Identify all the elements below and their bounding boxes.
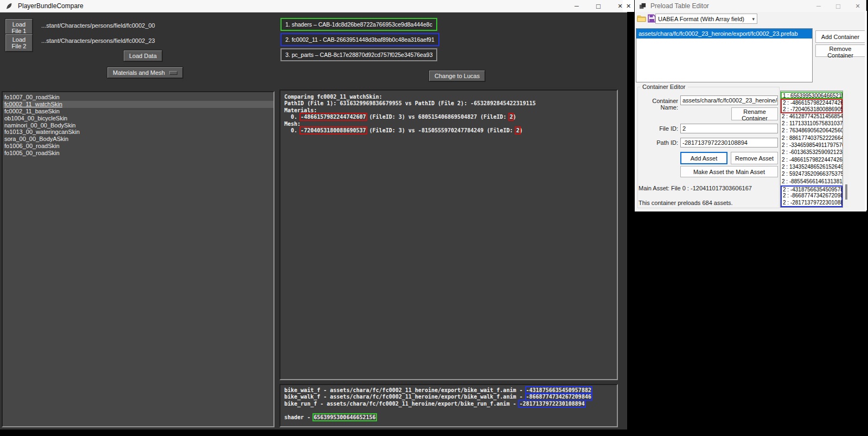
bundle-label: 2. fc0002_11 - CAB-2663951448d3baf89b0c4… <box>285 36 435 43</box>
asset-list-item[interactable]: 2 : -8855456614613138142 <box>781 178 843 185</box>
asset-list-item[interactable]: 2 : -3346598549117975701 <box>781 142 843 149</box>
asset-list-item[interactable]: 2 : -2817137972230108894 <box>781 200 843 207</box>
compare-materials-line: 0. -4866157982244742607 (FileID: 3) vs 6… <box>284 114 617 120</box>
asset-id: 2 : -3346598549117975701 <box>782 142 843 148</box>
change-to-lucas-button[interactable]: Change to Lucas <box>429 70 485 81</box>
right-window-title: Preload Table Editor <box>650 2 709 10</box>
bundle-label: 3. pc_parts – CAB-8c17e28870d92cd757f025… <box>285 52 432 58</box>
asset-list-item[interactable]: 2 : -4318756635450957882 <box>781 185 843 193</box>
file-id-input[interactable]: 2 <box>680 124 778 133</box>
asset-list-scrollbar[interactable] <box>844 91 848 208</box>
skins-listbox[interactable]: fo1007_00_roadSkin fc0002_11_watchSkin f… <box>2 91 275 427</box>
load-data-button[interactable]: Load Data <box>124 50 162 61</box>
container-editor-group-title: Container Editor <box>640 84 688 90</box>
bundle-box[interactable]: 3. pc_parts – CAB-8c17e28870d92cd757f025… <box>280 48 437 61</box>
right-titlebar[interactable]: Preload Table Editor <box>635 0 866 12</box>
skin-list-item[interactable]: fc0002_11_watchSkin <box>3 101 273 108</box>
compare-mesh-line: 0. -7204053180088690537 (FileID: 3) vs -… <box>284 127 617 134</box>
anim-list: bike_wait_f - assets/chara/fc/fc0002_11_… <box>284 387 617 407</box>
asset-list-item[interactable]: 2 : -6013635325909212359 <box>781 149 843 156</box>
background-window-close-icon[interactable]: ✕ <box>623 0 634 12</box>
skin-name: ob1004_00_bicycleSkin <box>4 115 67 121</box>
left-titlebar[interactable]: PlayerBundleCompare <box>0 0 627 12</box>
make-main-asset-button[interactable]: Make Asset the Main Asset <box>680 166 778 177</box>
asset-list-item[interactable]: 2 : -4866157982244742607 <box>781 99 843 106</box>
materials-mesh-dropdown[interactable]: Materials and Mesh <box>107 67 183 78</box>
container-listbox[interactable]: assets/chara/fc/fc0002_23_heroine/export… <box>636 28 813 82</box>
anim-line: bike_run_f - assets/chara/fc/fc0002_11_h… <box>284 401 617 407</box>
asset-list-item[interactable]: 2 : 134352486526152649 <box>781 164 843 171</box>
main-asset-label: Main Asset: File 0 : -120411017303606167 <box>639 185 752 191</box>
skin-name: fc0002_11_watchSkin <box>4 101 62 107</box>
chevron-down-icon: ▾ <box>752 14 755 24</box>
scrollbar-thumb[interactable] <box>845 184 847 200</box>
compare-output-panel[interactable]: Comparing fc0002_11_watchSkin: PathID (F… <box>279 89 618 380</box>
path-id-label: Path ID: <box>636 139 678 146</box>
skin-list-item[interactable]: naminori_00_00_BodySkin <box>3 122 273 129</box>
preload-editor-app-icon <box>639 3 646 10</box>
load-file-2-button[interactable]: Load File 2 <box>5 34 33 52</box>
skin-list-item[interactable]: ob1004_00_bicycleSkin <box>3 115 273 122</box>
asset-id: 2 : -4318756635450957882 <box>783 187 843 193</box>
remove-container-button[interactable]: Remove Container <box>815 44 865 57</box>
format-dropdown[interactable]: UABEA Format (With Array field) ▾ <box>655 14 757 24</box>
asset-id: 2 : 8861774037522226641 <box>782 135 843 141</box>
skin-list-item[interactable]: fc0002_11_baseSkin <box>3 108 273 115</box>
format-dropdown-value: UABEA Format (With Array field) <box>658 14 744 24</box>
asset-list-item[interactable]: 2 : -8668774734267209846 <box>781 193 843 200</box>
minimize-icon[interactable] <box>573 3 580 9</box>
asset-id: 2 : 1171331105758310377 <box>782 120 843 126</box>
open-folder-icon[interactable] <box>637 14 646 23</box>
asset-list-item[interactable]: 2 : 5924735209663753757 <box>781 171 843 178</box>
anim-line: bike_wait_f - assets/chara/fc/fc0002_11_… <box>284 387 617 394</box>
asset-list-item[interactable]: 2 : -4866157982244742607 <box>781 157 843 164</box>
skin-list-item[interactable]: fo1007_00_roadSkin <box>3 94 273 101</box>
asset-id: 2 : 7634869056206425606 <box>782 127 843 133</box>
skin-list-item[interactable]: fo1005_00_roadSkin <box>3 150 273 157</box>
asset-id: 1 : 6563995300646652156 <box>783 93 843 99</box>
asset-list-item[interactable]: 1 : 6563995300646652156 <box>781 92 843 99</box>
container-name-label: Container Name: <box>636 98 678 111</box>
skin-list-item[interactable]: fo1006_00_roadSkin <box>3 143 273 150</box>
asset-list-item[interactable]: 2 : 1171331105758310377 <box>781 120 843 127</box>
asset-id-listbox[interactable]: 1 : 6563995300646652156 2 : -48661579822… <box>780 91 843 208</box>
add-asset-button[interactable]: Add Asset <box>680 152 727 164</box>
anim-output-panel[interactable]: bike_wait_f - assets/chara/fc/fc0002_11_… <box>279 384 618 427</box>
skin-list-item[interactable]: sora_00_00_BodyASkin <box>3 136 273 143</box>
asset-list-item[interactable]: 2 : 8861774037522226641 <box>781 135 843 142</box>
anim-line: bike_walk_f - assets/chara/fc/fc0002_11_… <box>284 394 617 400</box>
anim-id-highlight: -2817137972230108894 <box>519 401 584 407</box>
shader-line: shader - 6563995300646652156 <box>284 414 617 421</box>
minimize-icon[interactable] <box>815 3 822 9</box>
skin-name: sora_00_00_BodyASkin <box>4 136 68 142</box>
asset-id: 2 : -7204053180088690537 <box>783 106 843 112</box>
maximize-icon[interactable] <box>834 2 842 10</box>
material-id-1-highlight: -4866157982244742607 <box>301 114 366 120</box>
shader-id-highlight: 6563995300646652156 <box>314 414 375 420</box>
preload-table-editor-window: Preload Table Editor UABEA Format (With … <box>635 0 866 211</box>
skin-list-item[interactable]: fo1013_00_wateringcanSkin <box>3 129 273 136</box>
asset-list-item[interactable]: 2 : -7204053180088690537 <box>781 106 843 113</box>
bundle-box[interactable]: 1. shaders – CAB-1dc8d26be8722a766953ce9… <box>280 18 437 31</box>
desktop: PlayerBundleCompare Load File 1 ...stant… <box>0 0 868 436</box>
compare-title-line: Comparing fc0002_11_watchSkin: <box>284 94 617 100</box>
container-path: assets/chara/fc/fc0002_23_heroine/export… <box>639 30 798 37</box>
compare-materials-header: Materials: <box>284 107 617 114</box>
remove-asset-button[interactable]: Remove Asset <box>731 152 778 164</box>
container-list-item[interactable]: assets/chara/fc/fc0002_23_heroine/export… <box>636 29 812 39</box>
asset-list-item[interactable]: 2 : 4612877425114568541 <box>781 113 843 120</box>
rename-container-button[interactable]: Rename Container <box>731 107 778 120</box>
asset-id: 2 : 134352486526152649 <box>782 164 843 170</box>
add-container-button[interactable]: Add Container <box>815 30 865 43</box>
maximize-icon[interactable] <box>595 2 602 10</box>
close-icon[interactable] <box>854 3 861 10</box>
asset-id: 2 : -8855456614613138142 <box>782 178 843 184</box>
file-1-path-label: ...stant/Characters/persons/field/fc0002… <box>41 22 155 29</box>
skin-name: fo1006_00_roadSkin <box>4 143 60 149</box>
bundle-box[interactable]: 2. fc0002_11 - CAB-2663951448d3baf89b0c4… <box>280 33 439 46</box>
player-bundle-compare-window: PlayerBundleCompare Load File 1 ...stant… <box>0 0 627 429</box>
anim-id-highlight: -4318756635450957882 <box>526 387 591 393</box>
path-id-input[interactable]: -2817137972230108894 <box>680 138 778 148</box>
container-name-input[interactable]: assets/chara/fc/fc0002_23_heroine/export… <box>680 95 778 105</box>
asset-list-item[interactable]: 2 : 7634869056206425606 <box>781 127 843 134</box>
